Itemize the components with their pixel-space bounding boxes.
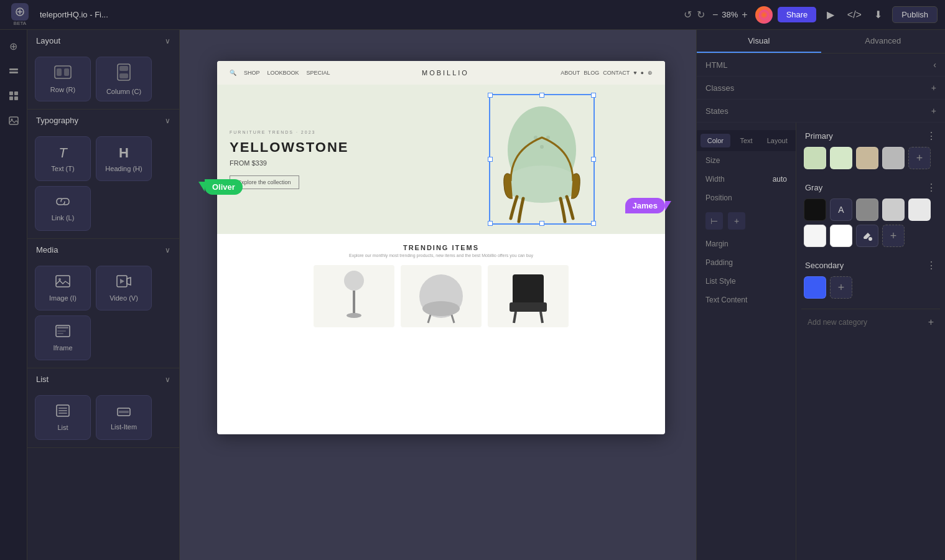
add-category-btn[interactable]: + (928, 317, 934, 328)
iframe-element[interactable]: Iframe (35, 315, 91, 360)
swatch-mid-gray[interactable] (856, 198, 878, 221)
svg-rect-3 (9, 72, 18, 73)
svg-rect-14 (119, 66, 128, 71)
typography-chevron: ∨ (165, 116, 170, 125)
svg-rect-21 (57, 327, 68, 329)
svg-rect-42 (513, 274, 544, 306)
svg-line-40 (428, 315, 431, 323)
zoom-minus-btn[interactable]: − (712, 9, 718, 21)
video-element[interactable]: Video (V) (96, 266, 152, 310)
swatch-light-gray[interactable] (908, 198, 931, 221)
sub-tab-text[interactable]: Text (732, 134, 761, 147)
tab-visual[interactable]: Visual (697, 30, 821, 53)
primary-label: Primary (805, 131, 833, 141)
swatch-near-white[interactable] (804, 225, 826, 247)
images-icon[interactable] (2, 110, 25, 132)
sub-tab-color[interactable]: Color (701, 134, 730, 147)
swatch-text-a[interactable]: A (830, 198, 852, 221)
swatch-black[interactable] (804, 198, 826, 221)
column-icon (117, 63, 131, 84)
primary-menu[interactable]: ⋮ (926, 130, 936, 142)
download-button[interactable]: ⬇ (868, 6, 887, 24)
svg-rect-29 (119, 411, 129, 413)
add-position-btn[interactable]: + (728, 212, 745, 230)
add-gray-color[interactable]: + (882, 225, 905, 247)
handle-tr[interactable] (591, 93, 596, 98)
link-element[interactable]: Link (L) (35, 186, 91, 231)
position-label: Position (705, 194, 732, 202)
classes-add[interactable]: + (931, 83, 936, 93)
iframe-icon (55, 325, 70, 340)
typography-header[interactable]: Typography ∨ (27, 110, 179, 131)
nav-user-icon: ● (641, 70, 644, 76)
swatch-white[interactable] (830, 225, 852, 247)
layers-icon[interactable] (2, 60, 25, 82)
svg-rect-4 (9, 91, 13, 95)
undo-icon[interactable]: ↺ (684, 9, 692, 21)
share-button[interactable]: Share (778, 7, 817, 22)
list-item-element[interactable]: List-Item (96, 395, 152, 440)
sub-tab-layout[interactable]: Layout (762, 134, 792, 147)
swatch-light-green[interactable] (830, 147, 852, 169)
website-preview: 🔍 SHOP LOOKBOOK SPECIAL MOBILLIO ABOUT B… (217, 61, 665, 434)
assets-icon[interactable] (2, 85, 25, 107)
swatch-tan[interactable] (856, 147, 878, 169)
svg-rect-15 (119, 73, 128, 78)
primary-category: Primary ⋮ + (801, 128, 940, 169)
redo-icon[interactable]: ↻ (697, 9, 705, 21)
handle-br[interactable] (591, 221, 596, 226)
site-nav-links: 🔍 SHOP LOOKBOOK SPECIAL (230, 70, 330, 76)
heading-element[interactable]: H Heading (H) (96, 136, 152, 181)
svg-rect-6 (9, 96, 13, 100)
video-icon (116, 275, 131, 291)
avatar (755, 6, 773, 24)
column-label: Column (C) (106, 88, 141, 95)
html-chevron[interactable]: ‹ (933, 60, 936, 70)
code-button[interactable]: </> (845, 6, 864, 24)
handle-mr[interactable] (591, 157, 596, 162)
swatch-gray-light[interactable] (882, 147, 905, 169)
hero-cta[interactable]: Explore the collection (230, 175, 299, 189)
list-item-label: List-Item (111, 423, 137, 431)
tab-advanced[interactable]: Advanced (821, 30, 946, 53)
canvas-area[interactable]: 🔍 SHOP LOOKBOOK SPECIAL MOBILLIO ABOUT B… (180, 30, 696, 560)
column-element[interactable]: Column (C) (96, 57, 152, 101)
align-left-btn[interactable]: ⊢ (705, 212, 723, 230)
swatch-paint-bucket[interactable] (856, 225, 878, 247)
swatch-mint[interactable] (804, 147, 826, 169)
handle-tm[interactable] (539, 93, 544, 98)
states-add[interactable]: + (931, 106, 936, 116)
list-content: List List-Item (27, 390, 179, 447)
chair-container (489, 94, 595, 225)
play-button[interactable]: ▶ (821, 6, 840, 24)
handle-bm[interactable] (539, 221, 544, 226)
list-header[interactable]: List ∨ (27, 368, 179, 390)
zoom-plus-btn[interactable]: + (742, 9, 747, 21)
zoom-value[interactable]: 38% (722, 10, 738, 19)
handle-bl[interactable] (488, 221, 493, 226)
row-element[interactable]: Row (R) (35, 57, 91, 101)
add-primary-color[interactable]: + (908, 147, 931, 169)
layout-header[interactable]: Layout ∨ (27, 30, 179, 52)
padding-row: Padding (697, 253, 796, 272)
text-icon: T (58, 145, 67, 161)
media-header[interactable]: Media ∨ (27, 239, 179, 261)
svg-point-1 (759, 10, 769, 20)
html-row: HTML ‹ (697, 54, 945, 77)
gray-menu[interactable]: ⋮ (926, 182, 936, 194)
secondary-menu[interactable]: ⋮ (926, 259, 936, 271)
link-icon (56, 196, 70, 210)
svg-marker-19 (120, 279, 124, 284)
add-element-icon[interactable]: ⊕ (2, 35, 25, 57)
text-element[interactable]: T Text (T) (35, 136, 91, 181)
image-element[interactable]: Image (I) (35, 266, 91, 310)
handle-ml[interactable] (488, 157, 493, 162)
app-title: teleportHQ.io - Fi... (40, 10, 676, 19)
add-secondary-color[interactable]: + (830, 276, 852, 299)
swatch-silver[interactable] (882, 198, 905, 221)
publish-button[interactable]: Publish (892, 6, 938, 23)
typography-section: Typography ∨ T Text (T) H Heading (H) (27, 110, 179, 239)
list-element[interactable]: List (35, 395, 91, 440)
handle-tl[interactable] (488, 93, 493, 98)
swatch-blue[interactable] (804, 276, 826, 299)
